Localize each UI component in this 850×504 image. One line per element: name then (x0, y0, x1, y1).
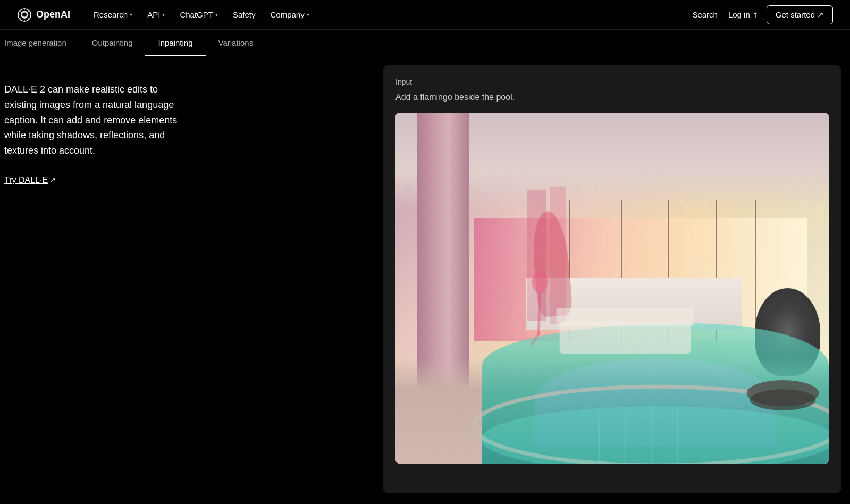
chevron-down-icon: ▾ (162, 12, 165, 18)
login-link[interactable]: Log in ↗ (728, 10, 758, 19)
openai-logo-icon (17, 7, 32, 22)
arrow-icon: ↗ (817, 10, 824, 20)
brand-name: OpenAI (36, 9, 70, 20)
search-link[interactable]: Search (690, 6, 720, 23)
chevron-down-icon: ▾ (130, 12, 132, 18)
nav-links: Research ▾ API ▾ ChatGPT ▾ Safety Compan… (87, 6, 316, 23)
right-panel: Input Add a flamingo beside the pool. (383, 65, 841, 493)
chevron-down-icon: ▾ (307, 12, 309, 18)
tabs-bar: Image generation Outpainting Inpainting … (0, 30, 850, 56)
pool-scene (395, 113, 829, 464)
nav-link-safety[interactable]: Safety (226, 6, 262, 23)
tab-image-generation[interactable]: Image generation (0, 30, 79, 56)
tab-inpainting[interactable]: Inpainting (145, 30, 205, 56)
try-dalle-link[interactable]: Try DALL·E ↗ (4, 175, 56, 185)
main-content: DALL·E 2 can make realistic edits to exi… (0, 56, 850, 502)
nav-link-research[interactable]: Research ▾ (87, 6, 139, 23)
nav-link-chatgpt[interactable]: ChatGPT ▾ (173, 6, 224, 23)
tab-variations[interactable]: Variations (206, 30, 266, 56)
left-panel: DALL·E 2 can make realistic edits to exi… (0, 56, 383, 502)
pool-reflection (534, 358, 777, 446)
input-caption: Add a flamingo beside the pool. (395, 93, 829, 102)
external-link-icon: ↗ (50, 176, 56, 184)
logo[interactable]: OpenAI (17, 7, 70, 22)
description-text: DALL·E 2 can make realistic edits to exi… (4, 82, 185, 158)
get-started-button[interactable]: Get started ↗ (767, 5, 833, 24)
tab-outpainting[interactable]: Outpainting (79, 30, 146, 56)
external-link-icon: ↗ (750, 10, 760, 19)
nav-left: OpenAI Research ▾ API ▾ ChatGPT ▾ Safety… (17, 6, 316, 23)
input-label: Input (395, 78, 829, 86)
chevron-down-icon: ▾ (215, 12, 218, 18)
navbar: OpenAI Research ▾ API ▾ ChatGPT ▾ Safety… (0, 0, 850, 30)
nav-link-company[interactable]: Company ▾ (264, 6, 315, 23)
nav-right: Search Log in ↗ Get started ↗ (690, 5, 833, 24)
nav-link-api[interactable]: API ▾ (141, 6, 171, 23)
dalle-image (395, 113, 829, 464)
